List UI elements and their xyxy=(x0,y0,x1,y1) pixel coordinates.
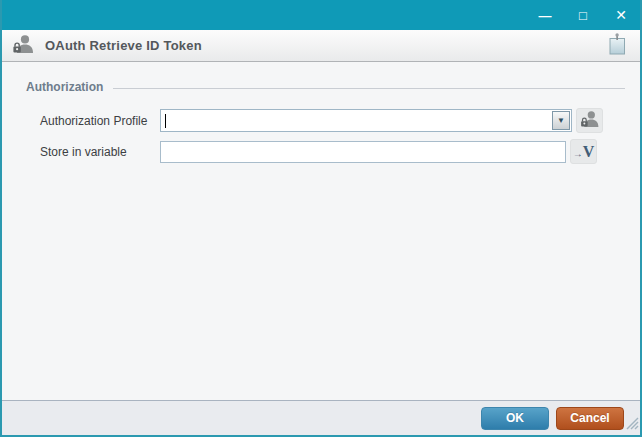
store-in-variable-input[interactable] xyxy=(160,141,566,163)
dialog-content: Authorization Authorization Profile ▼ xyxy=(2,62,640,400)
combobox-dropdown-button[interactable]: ▼ xyxy=(552,111,570,130)
insert-variable-icon: →V xyxy=(573,144,595,160)
notes-button[interactable] xyxy=(604,33,630,59)
text-cursor xyxy=(165,114,166,128)
dialog-title: OAuth Retrieve ID Token xyxy=(45,38,202,53)
section-authorization: Authorization xyxy=(26,80,625,94)
form-row-store-in-variable: Store in variable →V xyxy=(40,139,625,164)
minimize-icon: — xyxy=(539,8,552,23)
insert-variable-button[interactable]: →V xyxy=(570,139,597,164)
user-lock-icon xyxy=(579,109,601,132)
close-button[interactable]: ✕ xyxy=(602,0,640,30)
store-in-variable-label: Store in variable xyxy=(40,145,160,159)
close-icon: ✕ xyxy=(615,7,627,23)
section-divider xyxy=(113,88,625,89)
minimize-button[interactable]: — xyxy=(526,0,564,30)
dialog-header: OAuth Retrieve ID Token xyxy=(2,30,640,62)
note-icon xyxy=(607,32,627,60)
form-row-authorization-profile: Authorization Profile ▼ xyxy=(40,108,625,133)
dialog-footer: OK Cancel xyxy=(2,400,640,435)
chevron-down-icon: ▼ xyxy=(557,117,565,125)
ok-button[interactable]: OK xyxy=(481,407,549,430)
authorization-profile-label: Authorization Profile xyxy=(40,114,160,128)
user-lock-icon xyxy=(11,33,36,59)
maximize-button[interactable]: □ xyxy=(564,0,602,30)
titlebar[interactable]: — □ ✕ xyxy=(2,0,640,30)
section-title: Authorization xyxy=(26,80,103,94)
cancel-button[interactable]: Cancel xyxy=(556,407,624,430)
select-authorization-profile-button[interactable] xyxy=(576,108,603,133)
dialog-window: — □ ✕ OAuth Retrieve ID Token xyxy=(0,0,642,437)
authorization-profile-combobox[interactable]: ▼ xyxy=(160,109,572,132)
maximize-icon: □ xyxy=(579,8,587,23)
resize-grip[interactable] xyxy=(626,416,639,434)
